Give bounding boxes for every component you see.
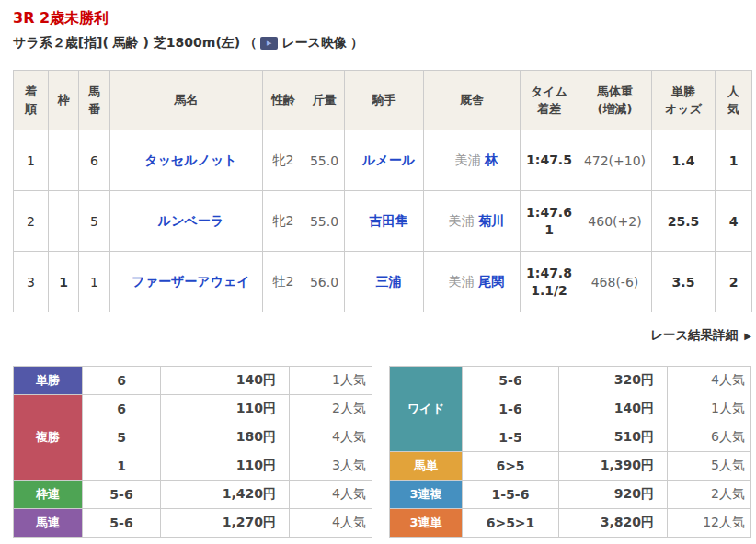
bet-type-wide: ワイド — [390, 367, 463, 452]
bet-type-exacta: 馬単 — [390, 452, 463, 481]
combination: 5-6 — [83, 481, 161, 509]
bet-type-win: 単勝 — [14, 367, 83, 395]
payout-table-left: 単勝 6 140円 1人気 複勝 6 110円 2人気 5 180円 4人気 — [13, 366, 372, 538]
carried-weight: 55.0 — [304, 130, 345, 191]
margin: 1.1/2 — [521, 282, 578, 300]
race-results-table: 着 順 枠 馬 番 馬名 性齢 斤量 騎手 厩舎 タイム 着差 馬体重 (増減)… — [13, 70, 752, 312]
header-jockey: 騎手 — [345, 71, 424, 130]
payout-amount: 510円 — [559, 424, 668, 452]
payout-popularity: 3人気 — [290, 452, 372, 481]
bet-type-trio: 3連複 — [390, 481, 463, 509]
payout-section: 単勝 6 140円 1人気 複勝 6 110円 2人気 5 180円 4人気 — [13, 366, 751, 538]
combination: 5 — [83, 424, 161, 452]
trainer-link[interactable]: 林 — [485, 153, 498, 167]
bracket-number: 5 — [49, 191, 79, 252]
popularity-rank: 4 — [716, 191, 752, 252]
payout-row-wide-1: ワイド 5-6 320円 4人気 — [390, 367, 751, 395]
race-title: 3R 2歳未勝利 — [13, 9, 751, 27]
combination: 6>5>1 — [463, 509, 559, 538]
horse-weight: 472(+10) — [578, 130, 652, 191]
header-horse-number: 馬 番 — [79, 71, 110, 130]
win-odds: 25.5 — [652, 191, 716, 252]
header-carried-weight: 斤量 — [304, 71, 345, 130]
sex-age: 牝2 — [263, 130, 304, 191]
sex-age: 牡2 — [263, 252, 304, 312]
horse-name-link[interactable]: ファーザーアウェイ — [132, 274, 249, 289]
payout-amount: 1,390円 — [559, 452, 668, 481]
result-row-3: 3 1 1 ファーザーアウェイ 牡2 56.0 三浦 美浦 尾関 1:47.8 … — [14, 252, 752, 312]
sex-age: 牝2 — [263, 191, 304, 252]
payout-amount: 110円 — [161, 452, 290, 481]
trainer-link[interactable]: 菊川 — [478, 213, 504, 228]
payout-popularity: 4人気 — [290, 424, 372, 452]
popularity-rank: 1 — [716, 130, 752, 191]
video-icon[interactable]: ▶ — [260, 37, 278, 50]
jockey-link[interactable]: 吉田隼 — [370, 213, 408, 228]
combination: 6 — [83, 367, 161, 395]
payout-popularity: 4人気 — [290, 509, 372, 538]
payout-amount: 110円 — [161, 395, 290, 424]
race-result-detail-link[interactable]: レース結果詳細▶ — [650, 327, 751, 342]
payout-popularity: 1人気 — [668, 395, 751, 424]
result-row-2: 2 5 5 ルンベーラ 牝2 55.0 吉田隼 美浦 菊川 1:47.6 1 4… — [14, 191, 752, 252]
payout-popularity: 4人気 — [668, 367, 751, 395]
finish-time: 1:47.6 — [526, 205, 572, 220]
result-row-1: 1 6 6 タッセルノット 牝2 55.0 ルメール 美浦 林 1:47.5 4… — [14, 130, 752, 191]
race-result-page: 3R 2歳未勝利 サラ系２歳[指]( 馬齢 ) 芝1800m(左) （ ▶ レー… — [0, 0, 756, 538]
results-header-row: 着 順 枠 馬 番 馬名 性齢 斤量 騎手 厩舎 タイム 着差 馬体重 (増減)… — [14, 71, 752, 130]
header-bracket: 枠 — [49, 71, 79, 130]
race-conditions-text: サラ系２歳[指]( 馬齢 ) 芝1800m(左) — [13, 35, 240, 51]
combination: 5-6 — [463, 367, 559, 395]
horse-number: 5 — [79, 191, 110, 252]
header-stable: 厩舎 — [424, 71, 521, 130]
payout-amount: 140円 — [161, 367, 290, 395]
payout-popularity: 1人気 — [290, 367, 372, 395]
paren-close: ） — [350, 35, 363, 51]
horse-number: 6 — [79, 130, 110, 191]
finish-time: 1:47.8 — [526, 266, 572, 280]
race-video-link[interactable]: レース映像 — [281, 35, 347, 51]
header-time-margin: タイム 着差 — [521, 71, 578, 130]
payout-amount: 140円 — [559, 395, 668, 424]
payout-amount: 320円 — [559, 367, 668, 395]
payout-amount: 1,270円 — [161, 509, 290, 538]
horse-name-link[interactable]: タッセルノット — [144, 153, 236, 167]
jockey-link[interactable]: ルメール — [362, 153, 415, 167]
payout-amount: 920円 — [559, 481, 668, 509]
payout-table-right: ワイド 5-6 320円 4人気 1-6 140円 1人気 1-5 510円 6… — [389, 366, 751, 538]
margin: 1 — [521, 221, 578, 239]
payout-popularity: 5人気 — [668, 452, 751, 481]
finish-time: 1:47.5 — [526, 153, 572, 167]
header-horse-name: 馬名 — [110, 71, 263, 130]
finish-position: 1 — [14, 130, 49, 191]
payout-row-fukusho-1: 複勝 6 110円 2人気 — [14, 395, 372, 424]
header-win-odds: 単勝 オッズ — [652, 71, 716, 130]
payout-amount: 1,420円 — [161, 481, 290, 509]
payout-popularity: 2人気 — [290, 395, 372, 424]
payout-popularity: 4人気 — [290, 481, 372, 509]
payout-row-umatan: 馬単 6>5 1,390円 5人気 — [390, 452, 751, 481]
header-popularity: 人 気 — [716, 71, 752, 130]
stable-area: 美浦 — [449, 274, 475, 289]
combination: 6>5 — [463, 452, 559, 481]
payout-row-sanrenpuku: 3連複 1-5-6 920円 2人気 — [390, 481, 751, 509]
horse-name-link[interactable]: ルンベーラ — [158, 213, 223, 228]
payout-row-umaren: 馬連 5-6 1,270円 4人気 — [14, 509, 372, 538]
payout-popularity: 12人気 — [668, 509, 751, 538]
header-sex-age: 性齢 — [263, 71, 304, 130]
combination: 6 — [83, 395, 161, 424]
stable-area: 美浦 — [449, 213, 475, 228]
combination: 1 — [83, 452, 161, 481]
payout-row-sanrentan: 3連単 6>5>1 3,820円 12人気 — [390, 509, 751, 538]
jockey-link[interactable]: 三浦 — [376, 274, 402, 289]
trainer-link[interactable]: 尾関 — [478, 274, 504, 289]
bet-type-quinella: 馬連 — [14, 509, 83, 538]
combination: 5-6 — [83, 509, 161, 538]
bet-type-trifecta: 3連単 — [390, 509, 463, 538]
payout-popularity: 2人気 — [668, 481, 751, 509]
bracket-number: 1 — [49, 252, 79, 312]
horse-weight: 460(+2) — [578, 191, 652, 252]
bet-type-place: 複勝 — [14, 395, 83, 481]
horse-number: 1 — [79, 252, 110, 312]
win-odds: 3.5 — [652, 252, 716, 312]
